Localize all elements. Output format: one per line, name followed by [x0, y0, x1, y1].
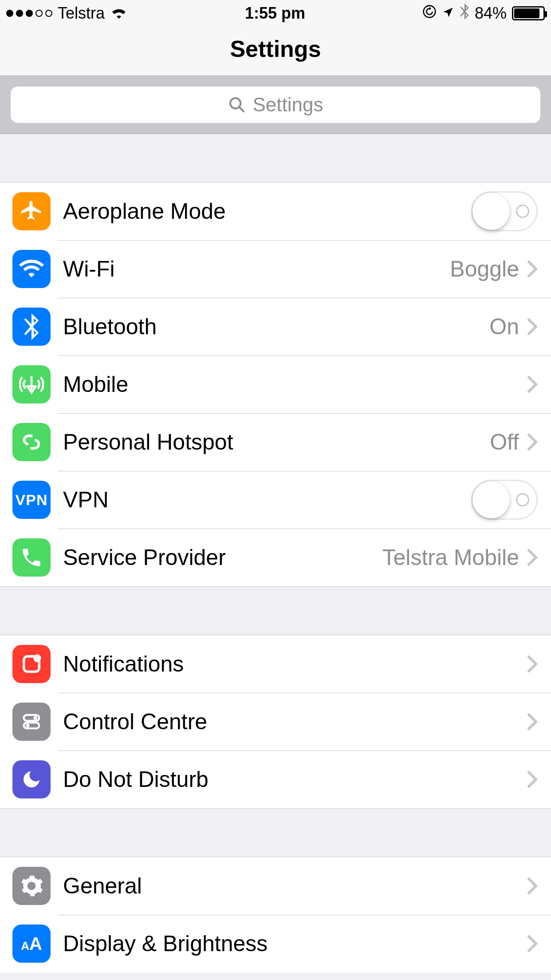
chevron-right-icon	[527, 549, 538, 566]
wifi-status-icon	[110, 4, 128, 23]
phone-icon	[12, 538, 51, 577]
row-general[interactable]: General	[0, 857, 551, 915]
location-icon	[442, 4, 454, 23]
page-title: Settings	[0, 36, 551, 62]
row-label: Do Not Disturb	[63, 767, 527, 792]
row-wifi[interactable]: Wi-Fi Boggle	[0, 240, 551, 298]
battery-icon	[512, 6, 545, 20]
clock-label: 1:55 pm	[245, 4, 305, 23]
chevron-right-icon	[527, 655, 538, 673]
row-detail: Telstra Mobile	[382, 545, 519, 570]
chevron-right-icon	[527, 318, 538, 336]
signal-strength-icon	[6, 10, 52, 17]
row-aeroplane-mode[interactable]: Aeroplane Mode	[0, 182, 551, 240]
row-personal-hotspot[interactable]: Personal Hotspot Off	[0, 413, 551, 471]
wifi-icon	[12, 250, 51, 288]
group-spacer	[0, 134, 551, 182]
carrier-label: Telstra	[58, 4, 105, 23]
airplane-icon	[12, 192, 51, 230]
row-detail: Boggle	[450, 256, 519, 282]
row-label: Control Centre	[63, 709, 527, 735]
svg-point-6	[33, 716, 37, 720]
row-label: Wi-Fi	[63, 256, 450, 282]
row-label: Notifications	[63, 651, 527, 677]
status-right: 84%	[422, 4, 545, 24]
notifications-icon	[12, 645, 51, 683]
search-placeholder: Settings	[253, 94, 323, 116]
search-container: Settings	[0, 76, 551, 134]
row-vpn[interactable]: VPN VPN	[0, 471, 551, 529]
row-label: Display & Brightness	[63, 931, 527, 956]
svg-point-8	[26, 723, 30, 727]
moon-icon	[12, 760, 51, 798]
chevron-right-icon	[527, 433, 538, 451]
search-input[interactable]: Settings	[11, 87, 540, 123]
row-detail: On	[489, 314, 519, 340]
svg-point-4	[33, 654, 41, 662]
group-spacer	[0, 809, 551, 857]
nav-bar: Settings	[0, 27, 551, 76]
settings-group-alerts: Notifications Control Centre Do Not Dist…	[0, 635, 551, 809]
row-detail: Off	[490, 429, 519, 455]
chevron-right-icon	[527, 260, 538, 278]
vpn-icon: VPN	[12, 481, 51, 519]
status-left: Telstra	[6, 4, 128, 23]
group-spacer	[0, 587, 551, 635]
chevron-right-icon	[527, 877, 538, 895]
bluetooth-status-icon	[460, 4, 469, 24]
hotspot-icon	[12, 423, 51, 461]
rotation-lock-icon	[422, 4, 437, 23]
row-display-brightness[interactable]: AA Display & Brightness	[0, 915, 551, 972]
row-label: Personal Hotspot	[63, 429, 490, 455]
chevron-right-icon	[527, 771, 538, 788]
row-service-provider[interactable]: Service Provider Telstra Mobile	[0, 529, 551, 586]
row-control-centre[interactable]: Control Centre	[0, 693, 551, 751]
display-icon: AA	[12, 925, 51, 963]
bluetooth-icon	[12, 308, 51, 346]
row-label: Bluetooth	[63, 314, 489, 340]
row-label: Mobile	[63, 371, 527, 397]
aeroplane-toggle[interactable]	[471, 191, 538, 231]
row-do-not-disturb[interactable]: Do Not Disturb	[0, 751, 551, 808]
row-bluetooth[interactable]: Bluetooth On	[0, 298, 551, 356]
chevron-right-icon	[527, 935, 538, 952]
status-bar: Telstra 1:55 pm 84%	[0, 0, 551, 27]
row-notifications[interactable]: Notifications	[0, 635, 551, 693]
row-label: Aeroplane Mode	[63, 198, 471, 224]
settings-group-connectivity: Aeroplane Mode Wi-Fi Boggle Bluetooth On…	[0, 182, 551, 587]
row-mobile[interactable]: Mobile	[0, 356, 551, 413]
vpn-toggle[interactable]	[471, 480, 538, 520]
svg-line-2	[239, 107, 244, 111]
chevron-right-icon	[527, 375, 538, 393]
row-label: General	[63, 873, 527, 899]
gear-icon	[12, 867, 51, 905]
chevron-right-icon	[527, 713, 538, 731]
controlcentre-icon	[12, 703, 51, 741]
cellular-icon	[12, 365, 51, 403]
row-label: Service Provider	[63, 545, 382, 570]
row-label: VPN	[63, 487, 471, 513]
search-icon	[228, 96, 246, 114]
settings-group-general: General AA Display & Brightness	[0, 857, 551, 972]
battery-pct-label: 84%	[475, 4, 507, 23]
